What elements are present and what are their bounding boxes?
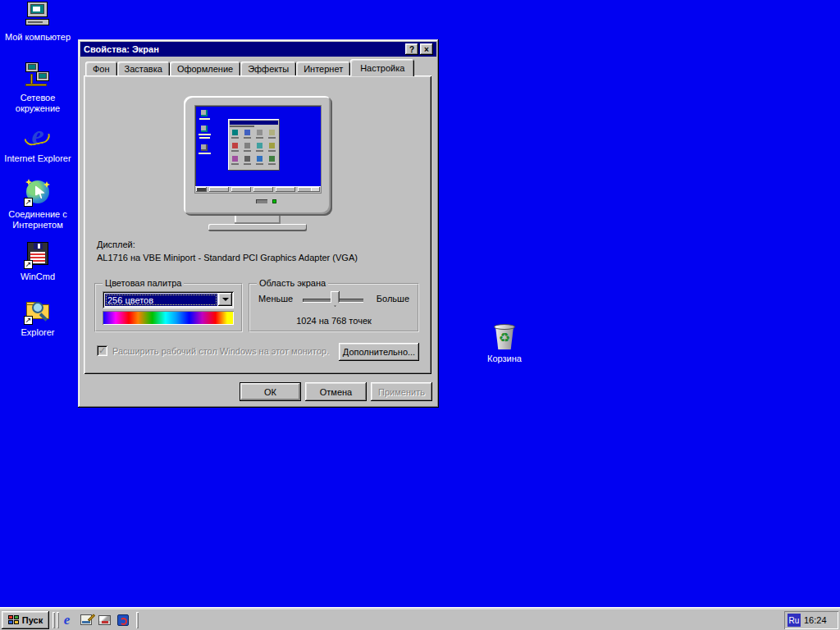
color-palette-group: Цветовая палитра 256 цветов [94,283,243,332]
tab-strip: Фон Заставка Оформление Эффекты Интернет… [85,59,414,76]
color-palette-selected: 256 цветов [105,294,217,306]
color-spectrum-strip [103,311,234,325]
taskbar-gripper[interactable] [136,612,139,628]
tab-effects[interactable]: Эффекты [240,62,296,76]
apply-button: Применить [371,382,432,401]
desktop-icon-label: Internet Explorer [0,153,75,164]
taskbar-gripper[interactable] [57,612,59,628]
slider-more-label: Больше [377,294,409,304]
resolution-value: 1024 на 768 точек [250,316,418,326]
explorer-icon: ↗ [24,297,52,325]
desktop-icon-wincmd[interactable]: ↗ WinCmd [0,241,75,282]
quick-launch-outlook-express-icon[interactable] [98,613,112,627]
dialog-titlebar[interactable]: Свойства: Экран ? × [80,42,436,57]
shortcut-arrow-icon: ↗ [24,316,33,325]
dialog-title: Свойства: Экран [84,44,159,54]
quick-launch-show-desktop-icon[interactable] [79,613,93,627]
tab-appearance[interactable]: Оформление [170,62,240,76]
desktop-icon-label: Мой компьютер [0,32,75,43]
resolution-slider-thumb[interactable] [331,291,340,307]
tab-settings[interactable]: Настройка [350,59,414,76]
dropdown-arrow-icon[interactable] [218,293,232,306]
internet-explorer-icon: e [24,123,52,151]
windows-logo-icon [8,615,20,625]
desktop-icon-label: WinCmd [0,272,75,282]
display-properties-dialog: Свойства: Экран ? × Фон Заставка Оформле… [78,39,439,408]
desktop-icon-my-computer[interactable]: Мой компьютер [0,2,75,43]
extend-desktop-label: Расширить рабочий стол Windows на этот м… [112,346,329,356]
desktop-icon-label: Соединение с Интернетом [0,209,75,231]
wincmd-icon: ↗ [24,241,52,269]
recycle-bin-icon: ♻ [491,323,518,351]
color-palette-dropdown[interactable]: 256 цветов [103,291,234,308]
screen-area-group: Область экрана Меньше Больше 1024 на 768… [249,283,419,332]
desktop-icon-label: Сетевое окружение [0,93,75,114]
start-button[interactable]: Пуск [2,611,49,629]
my-computer-icon [24,2,52,30]
network-neighborhood-icon [24,62,52,90]
desktop-icon-recycle-bin[interactable]: ♻ Корзина [467,323,542,364]
clock[interactable]: 16:24 [804,615,827,625]
tab-internet[interactable]: Интернет [296,62,350,76]
monitor-power-led [272,199,276,203]
color-palette-group-title: Цветовая палитра [103,278,184,288]
slider-less-label: Меньше [258,294,293,304]
help-button[interactable]: ? [405,43,418,55]
start-button-label: Пуск [22,615,43,625]
extend-desktop-checkbox: ✓ [97,345,107,356]
tab-screensaver[interactable]: Заставка [117,62,170,76]
desktop: { "colors": { "desktop": "#0101f2", "tit… [0,0,840,630]
cancel-button[interactable]: Отмена [305,382,367,401]
monitor-preview-window [228,119,280,171]
shortcut-arrow-icon: ↗ [24,198,33,207]
shortcut-arrow-icon: ↗ [24,260,33,269]
system-tray: Ru 16:24 [784,611,838,629]
close-button[interactable]: × [420,43,433,55]
quick-launch-view-channels-icon[interactable] [116,613,130,627]
display-adapter-value: AL1716 на VBE Miniport - Standard PCI Gr… [97,253,358,262]
ok-button[interactable]: ОК [240,382,301,401]
screen-area-group-title: Область экрана [257,278,328,288]
desktop-icon-label: Explorer [0,327,75,338]
desktop-icon-network[interactable]: Сетевое окружение [0,62,75,114]
advanced-button[interactable]: Дополнительно... [339,343,419,361]
language-indicator[interactable]: Ru [788,614,801,627]
quick-launch-internet-explorer-icon[interactable]: e [60,613,74,627]
monitor-preview-taskbar [195,186,321,193]
settings-tab-panel: Дисплей: AL1716 на VBE Miniport - Standa… [84,75,431,374]
taskbar-gripper[interactable] [52,612,55,628]
taskbar: Пуск e Ru 16:24 [0,607,840,630]
monitor-preview [184,96,332,216]
desktop-icon-label: Корзина [467,354,542,364]
desktop-icon-internet-explorer[interactable]: e Internet Explorer [0,123,75,164]
tab-background[interactable]: Фон [85,62,117,76]
desktop-icon-internet-connection[interactable]: ↗ Соединение с Интернетом [0,179,75,231]
display-label: Дисплей: [97,240,135,249]
monitor-preview-screen [195,106,321,193]
desktop-icon-explorer[interactable]: ↗ Explorer [0,297,75,338]
internet-connection-icon: ↗ [24,179,52,207]
